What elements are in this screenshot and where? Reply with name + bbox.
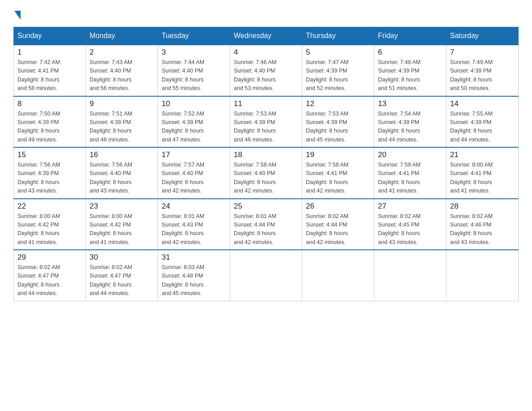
calendar-cell: 1 Sunrise: 7:42 AM Sunset: 4:41 PM Dayli… [14,45,86,96]
calendar-cell: 19 Sunrise: 7:58 AM Sunset: 4:41 PM Dayl… [302,147,374,199]
header-sunday: Sunday [14,27,86,45]
day-number: 3 [162,48,226,57]
calendar-cell: 12 Sunrise: 7:53 AM Sunset: 4:39 PM Dayl… [302,96,374,148]
logo-arrow-icon [14,11,21,20]
header-friday: Friday [374,27,446,45]
day-info: Sunrise: 8:00 AM Sunset: 4:42 PM Dayligh… [17,212,82,247]
calendar-cell: 20 Sunrise: 7:59 AM Sunset: 4:41 PM Dayl… [374,147,446,199]
day-number: 2 [90,48,154,57]
day-number: 11 [234,99,298,108]
day-number: 26 [306,202,370,211]
calendar-cell: 18 Sunrise: 7:58 AM Sunset: 4:40 PM Dayl… [230,147,302,199]
calendar-cell: 6 Sunrise: 7:48 AM Sunset: 4:39 PM Dayli… [374,45,446,96]
logo [13,9,21,20]
day-info: Sunrise: 8:01 AM Sunset: 4:43 PM Dayligh… [162,212,226,247]
calendar-cell: 22 Sunrise: 8:00 AM Sunset: 4:42 PM Dayl… [14,199,86,250]
header-thursday: Thursday [302,27,374,45]
calendar-cell: 10 Sunrise: 7:52 AM Sunset: 4:39 PM Dayl… [158,96,230,148]
calendar-cell: 30 Sunrise: 8:02 AM Sunset: 4:47 PM Dayl… [86,250,158,301]
day-info: Sunrise: 8:02 AM Sunset: 4:47 PM Dayligh… [90,263,154,298]
day-info: Sunrise: 7:56 AM Sunset: 4:39 PM Dayligh… [17,161,82,196]
day-info: Sunrise: 7:48 AM Sunset: 4:39 PM Dayligh… [378,58,442,93]
day-info: Sunrise: 7:47 AM Sunset: 4:39 PM Dayligh… [306,58,370,93]
calendar-cell: 7 Sunrise: 7:49 AM Sunset: 4:39 PM Dayli… [446,45,519,96]
calendar-cell: 26 Sunrise: 8:02 AM Sunset: 4:44 PM Dayl… [302,199,374,250]
day-number: 10 [162,99,226,108]
day-number: 21 [450,150,515,159]
day-number: 15 [17,150,82,159]
day-info: Sunrise: 8:00 AM Sunset: 4:42 PM Dayligh… [90,212,154,247]
day-number: 1 [17,48,82,57]
day-info: Sunrise: 7:53 AM Sunset: 4:39 PM Dayligh… [306,110,370,145]
day-number: 28 [450,202,515,211]
calendar-cell: 21 Sunrise: 8:00 AM Sunset: 4:41 PM Dayl… [446,147,519,199]
day-info: Sunrise: 8:02 AM Sunset: 4:45 PM Dayligh… [378,212,442,247]
calendar-cell: 8 Sunrise: 7:50 AM Sunset: 4:39 PM Dayli… [14,96,86,148]
calendar-cell: 24 Sunrise: 8:01 AM Sunset: 4:43 PM Dayl… [158,199,230,250]
calendar-cell: 23 Sunrise: 8:00 AM Sunset: 4:42 PM Dayl… [86,199,158,250]
day-number: 12 [306,99,370,108]
day-info: Sunrise: 7:59 AM Sunset: 4:41 PM Dayligh… [378,161,442,196]
day-number: 6 [378,48,442,57]
calendar-cell: 16 Sunrise: 7:56 AM Sunset: 4:40 PM Dayl… [86,147,158,199]
header-wednesday: Wednesday [230,27,302,45]
day-info: Sunrise: 7:52 AM Sunset: 4:39 PM Dayligh… [162,110,226,145]
day-info: Sunrise: 7:55 AM Sunset: 4:39 PM Dayligh… [450,110,515,145]
calendar-cell: 25 Sunrise: 8:01 AM Sunset: 4:44 PM Dayl… [230,199,302,250]
day-info: Sunrise: 7:49 AM Sunset: 4:39 PM Dayligh… [450,58,515,93]
day-info: Sunrise: 8:02 AM Sunset: 4:46 PM Dayligh… [450,212,515,247]
day-number: 27 [378,202,442,211]
header-saturday: Saturday [446,27,519,45]
calendar-cell: 9 Sunrise: 7:51 AM Sunset: 4:39 PM Dayli… [86,96,158,148]
calendar-cell: 15 Sunrise: 7:56 AM Sunset: 4:39 PM Dayl… [14,147,86,199]
day-number: 13 [378,99,442,108]
day-info: Sunrise: 7:51 AM Sunset: 4:39 PM Dayligh… [90,110,154,145]
calendar-cell: 28 Sunrise: 8:02 AM Sunset: 4:46 PM Dayl… [446,199,519,250]
calendar-cell: 29 Sunrise: 8:02 AM Sunset: 4:47 PM Dayl… [14,250,86,301]
day-number: 20 [378,150,442,159]
page-header [13,9,519,20]
day-number: 16 [90,150,154,159]
day-info: Sunrise: 7:58 AM Sunset: 4:41 PM Dayligh… [306,161,370,196]
calendar-cell [374,250,446,301]
day-number: 9 [90,99,154,108]
day-info: Sunrise: 7:56 AM Sunset: 4:40 PM Dayligh… [90,161,154,196]
week-row-3: 15 Sunrise: 7:56 AM Sunset: 4:39 PM Dayl… [14,147,519,199]
day-number: 25 [234,202,298,211]
day-number: 23 [90,202,154,211]
calendar-cell: 17 Sunrise: 7:57 AM Sunset: 4:40 PM Dayl… [158,147,230,199]
week-row-5: 29 Sunrise: 8:02 AM Sunset: 4:47 PM Dayl… [14,250,519,301]
day-number: 31 [162,253,226,262]
day-info: Sunrise: 8:03 AM Sunset: 4:48 PM Dayligh… [162,263,226,298]
calendar-cell: 27 Sunrise: 8:02 AM Sunset: 4:45 PM Dayl… [374,199,446,250]
calendar-cell: 14 Sunrise: 7:55 AM Sunset: 4:39 PM Dayl… [446,96,519,148]
day-info: Sunrise: 7:44 AM Sunset: 4:40 PM Dayligh… [162,58,226,93]
calendar-cell: 2 Sunrise: 7:43 AM Sunset: 4:40 PM Dayli… [86,45,158,96]
calendar-cell [302,250,374,301]
day-number: 30 [90,253,154,262]
day-number: 5 [306,48,370,57]
calendar-cell: 5 Sunrise: 7:47 AM Sunset: 4:39 PM Dayli… [302,45,374,96]
day-info: Sunrise: 7:58 AM Sunset: 4:40 PM Dayligh… [234,161,298,196]
calendar-header-row: SundayMondayTuesdayWednesdayThursdayFrid… [14,27,519,45]
calendar-cell: 3 Sunrise: 7:44 AM Sunset: 4:40 PM Dayli… [158,45,230,96]
day-number: 19 [306,150,370,159]
day-info: Sunrise: 7:42 AM Sunset: 4:41 PM Dayligh… [17,58,82,93]
day-info: Sunrise: 8:02 AM Sunset: 4:44 PM Dayligh… [306,212,370,247]
header-monday: Monday [86,27,158,45]
week-row-1: 1 Sunrise: 7:42 AM Sunset: 4:41 PM Dayli… [14,45,519,96]
day-number: 18 [234,150,298,159]
day-info: Sunrise: 8:01 AM Sunset: 4:44 PM Dayligh… [234,212,298,247]
header-tuesday: Tuesday [158,27,230,45]
day-number: 24 [162,202,226,211]
week-row-2: 8 Sunrise: 7:50 AM Sunset: 4:39 PM Dayli… [14,96,519,148]
day-info: Sunrise: 7:54 AM Sunset: 4:39 PM Dayligh… [378,110,442,145]
day-number: 22 [17,202,82,211]
day-number: 29 [17,253,82,262]
day-number: 14 [450,99,515,108]
day-number: 4 [234,48,298,57]
calendar-cell: 11 Sunrise: 7:53 AM Sunset: 4:39 PM Dayl… [230,96,302,148]
day-number: 7 [450,48,515,57]
calendar-cell [446,250,519,301]
day-info: Sunrise: 7:50 AM Sunset: 4:39 PM Dayligh… [17,110,82,145]
